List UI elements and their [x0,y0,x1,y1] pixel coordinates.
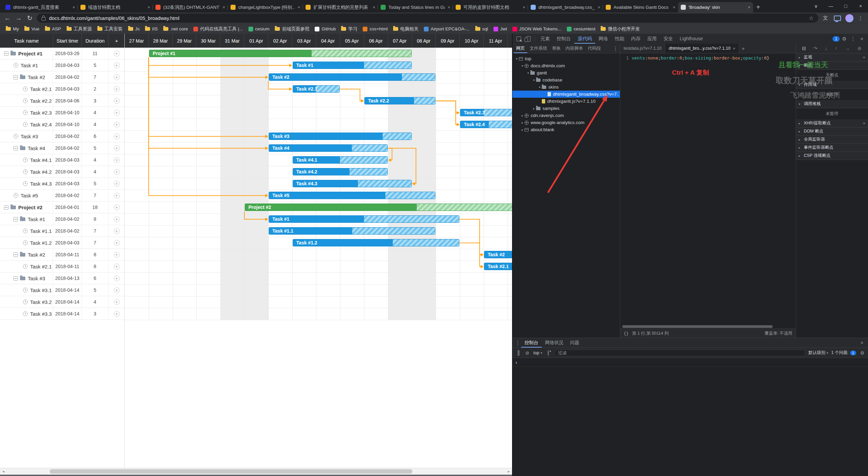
add-task-button[interactable]: + [114,252,120,258]
bookmark-item[interactable]: JSON Web Tokens... [510,25,564,32]
add-task-button[interactable]: + [114,264,120,269]
scroll-right-icon[interactable]: ▸ [505,468,512,475]
tree-chevron-icon[interactable]: ▾ [520,64,525,68]
pause-icon[interactable] [802,47,805,50]
drawer-menu-icon[interactable]: ⋮ [514,340,521,346]
tree-item[interactable]: ▸about:blank [512,126,620,133]
tree-item[interactable]: ▸cdn.ravenjs.com [512,112,620,119]
issues-link[interactable]: 1 个问题: 1 [831,350,856,356]
log-level-selector[interactable]: 默认级别 ▾ [809,350,828,356]
bookmark-item[interactable]: 工具资源 [64,25,94,33]
add-task-button[interactable]: + [114,145,120,151]
add-task-button[interactable]: + [114,110,120,116]
task-link[interactable] [460,243,483,267]
browser-tab[interactable]: Today and Status lines in Ga...× [378,2,453,13]
table-row[interactable]: Task #3.12018-04-145+ [0,284,125,296]
table-row[interactable]: Task #12018-04-035+ [0,60,125,71]
tree-item[interactable]: ▸www.google-analytics.com [512,119,620,126]
bookmark-item[interactable]: Js [126,25,142,32]
debugger-section-调用堆栈[interactable]: ▾调用堆栈 [796,100,868,108]
bookmark-item[interactable]: 电脑相关 [391,25,421,33]
bookmark-item[interactable]: 微信小程序开发 [598,25,642,33]
context-selector[interactable]: top ▾ [533,351,542,355]
bookmark-item[interactable]: Vue [22,25,42,32]
collapse-expander-icon[interactable] [14,75,18,79]
tab-close-icon[interactable]: × [372,5,375,10]
tree-chevron-icon[interactable]: ▸ [520,121,525,124]
table-row[interactable]: Task #12018-04-028+ [0,213,125,225]
bookmark-item[interactable]: 工具安装 [95,25,125,33]
editor-body[interactable]: 1 vents:none;border:0;box-sizing:border-… [620,53,796,325]
navigator-tab-网页[interactable]: 网页 [514,44,527,53]
bookmark-item[interactable]: cesium [246,25,272,32]
bookmark-item[interactable]: css+html [360,25,390,32]
maximize-icon[interactable]: □ [838,0,853,12]
add-task-button[interactable]: + [114,287,120,293]
forward-icon[interactable]: → [15,15,23,22]
back-icon[interactable]: ← [3,15,11,22]
device-toolbar-icon[interactable] [524,34,533,43]
add-task-button[interactable]: + [114,240,120,246]
task-link[interactable] [244,211,268,219]
inspect-element-icon[interactable] [514,34,523,43]
tab-close-icon[interactable]: × [673,5,675,10]
add-task-button[interactable]: + [114,51,120,56]
drawer-close-icon[interactable]: × [858,340,866,346]
tab-close-icon[interactable]: × [222,5,225,10]
add-task-button[interactable]: + [114,181,120,187]
tab-close-icon[interactable]: × [72,5,75,10]
table-row[interactable]: Task #32018-04-026+ [0,130,125,142]
collapse-expander-icon[interactable] [14,276,18,281]
tree-item[interactable]: dhtmlxgantt_broadway.css?v=7.1.10 [512,91,620,98]
task-link[interactable] [268,81,292,89]
add-task-button[interactable]: + [114,205,120,210]
tab-close-icon[interactable]: × [598,5,600,10]
task-link[interactable] [149,57,268,148]
step-into-icon[interactable]: ↓ [825,46,827,51]
scroll-left-icon[interactable]: ◂ [0,468,7,475]
tree-item[interactable]: ▸samples [512,105,620,112]
close-icon[interactable]: × [853,0,868,12]
tree-chevron-icon[interactable]: ▾ [537,86,542,89]
debugger-section-XHR/提取断点[interactable]: ▸XHR/提取断点+ [796,119,868,127]
bookmark-item[interactable]: 代码在线高亮工具 |... [191,25,245,33]
step-over-icon[interactable]: ↷ [813,46,817,51]
issues-count-badge[interactable]: 1 [833,36,840,42]
tree-chevron-icon[interactable]: ▾ [514,57,519,61]
collapse-expander-icon[interactable] [4,51,8,56]
tab-close-icon[interactable]: × [523,5,525,10]
collapse-expander-icon[interactable] [14,146,18,150]
add-task-button[interactable]: + [114,216,120,222]
bookmark-star-icon[interactable]: ☆ [809,15,814,21]
tree-item[interactable]: ▾gantt [512,69,620,76]
address-bar[interactable]: docs.dhtmlx.com/gantt/samples/06_skins/0… [37,14,818,23]
add-task-button[interactable]: + [114,169,120,175]
drawer-tab-问题[interactable]: 问题 [567,338,583,348]
task-link[interactable] [436,101,459,125]
reload-icon[interactable]: ↻ [26,14,34,22]
browser-tab[interactable]: dhtmlxgantt_broadway.css_...× [528,2,603,13]
table-row[interactable]: Task #3.32018-04-143+ [0,308,125,320]
debugger-section-全局监听器[interactable]: ▸全局监听器 [796,136,868,144]
collapse-expander-icon[interactable] [14,253,18,257]
navigator-tab-内容脚本[interactable]: 内容脚本 [563,44,585,53]
grid-timeline-divider[interactable] [124,34,125,468]
navigator-tab-替换[interactable]: 替换 [550,44,563,53]
tree-item[interactable]: ▾skins [512,84,620,91]
console-prompt[interactable]: › [512,358,868,367]
devtools-tab-安全[interactable]: 安全 [660,34,676,44]
tab-close-icon[interactable]: × [297,5,300,10]
new-tab-button[interactable]: + [753,2,763,12]
add-task-button[interactable]: + [114,63,120,68]
table-row[interactable]: Project #12018-03-2811+ [0,48,125,60]
debugger-section-DOM 断点[interactable]: ▸DOM 断点 [796,127,868,136]
live-expression-eye-icon[interactable] [545,350,551,356]
browser-tab[interactable]: 缩放甘特图文档× [78,2,153,13]
table-row[interactable]: Task #32018-04-136+ [0,272,125,284]
bookmark-item[interactable]: .net core [161,25,191,32]
browser-tab[interactable]: 'Broadway' skin× [678,2,753,13]
clear-console-icon[interactable]: ⊘ [524,350,530,356]
tree-item[interactable]: ▾codebase [512,76,620,84]
task-link[interactable] [388,148,392,160]
step-icon[interactable]: → [845,46,850,51]
